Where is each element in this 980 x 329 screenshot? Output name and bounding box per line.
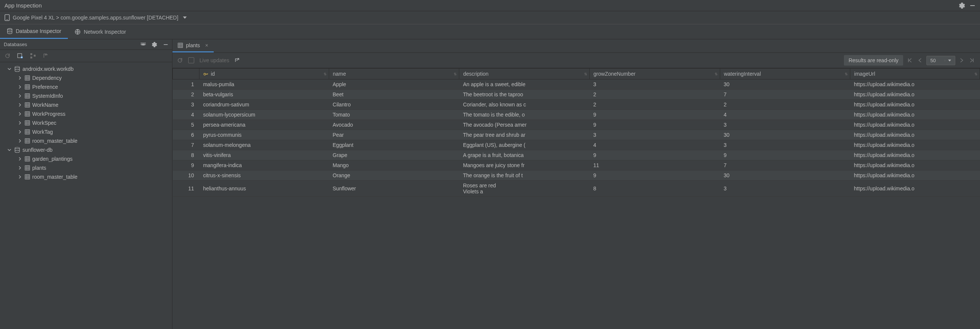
tree-table-node[interactable]: Dependency	[0, 73, 172, 83]
refresh-icon[interactable]	[5, 53, 11, 59]
chevron-down-icon	[7, 67, 12, 71]
column-header-wateringInterval[interactable]: wateringInterval⇅	[720, 68, 850, 79]
table-row[interactable]: 5 persea-americana Avocado The avocado (…	[173, 120, 980, 130]
next-page-icon[interactable]	[958, 57, 965, 64]
tab-database-inspector[interactable]: Database Inspector	[0, 24, 68, 39]
tree-table-node[interactable]: Preference	[0, 83, 172, 91]
table-row[interactable]: 2 beta-vulgaris Beet The beetroot is the…	[173, 89, 980, 100]
chevron-down-icon	[183, 16, 187, 19]
chevron-right-icon	[17, 166, 22, 170]
minimize-icon[interactable]	[163, 42, 168, 47]
content-tab-plants[interactable]: plants ×	[172, 39, 214, 52]
column-header-growZoneNumber[interactable]: growZoneNumber⇅	[590, 68, 720, 79]
cell-rownum: 6	[173, 130, 199, 140]
cell-id: mangifera-indica	[199, 161, 329, 170]
svg-rect-15	[25, 103, 30, 107]
tree-table-node[interactable]: room_master_table	[0, 172, 172, 181]
popout-icon[interactable]	[234, 58, 240, 63]
gear-icon[interactable]	[959, 3, 965, 9]
tree-db-node[interactable]: androidx.work.workdb	[0, 64, 172, 73]
cell-growzone: 4	[590, 140, 720, 150]
close-icon[interactable]: ×	[205, 42, 208, 48]
live-updates-checkbox[interactable]	[188, 57, 194, 63]
tree-table-node[interactable]: WorkProgress	[0, 110, 172, 118]
cell-id: solanum-melongena	[199, 140, 329, 150]
svg-rect-22	[25, 165, 30, 170]
device-selector[interactable]: Google Pixel 4 XL > com.google.samples.a…	[0, 11, 980, 24]
svg-rect-10	[34, 55, 36, 57]
refresh-icon[interactable]	[177, 57, 183, 63]
cell-rownum: 1	[173, 79, 199, 89]
last-page-icon[interactable]	[968, 57, 975, 64]
chevron-right-icon	[17, 94, 22, 98]
sort-handle-icon[interactable]: ⇅	[974, 72, 977, 76]
structure-icon[interactable]	[30, 53, 36, 59]
svg-rect-12	[25, 76, 30, 80]
table-row[interactable]: 8 vitis-vinifera Grape A grape is a frui…	[173, 150, 980, 161]
phone-icon	[5, 14, 10, 21]
tree-label: Dependency	[32, 75, 62, 81]
export-icon[interactable]	[43, 53, 49, 59]
cell-name: Pear	[329, 130, 459, 140]
table-row[interactable]: 10 citrus-x-sinensis Orange The orange i…	[173, 170, 980, 181]
page-size-value: 50	[931, 58, 936, 63]
cell-id: pyrus-communis	[199, 130, 329, 140]
live-updates-label: Live updates	[199, 57, 229, 63]
cell-growzone: 9	[590, 110, 720, 120]
chevron-down-icon	[945, 60, 951, 62]
tree-table-node[interactable]: garden_plantings	[0, 154, 172, 164]
tree-db-node[interactable]: sunflower-db	[0, 145, 172, 154]
tab-network-inspector[interactable]: Network Inspector	[68, 24, 133, 39]
column-header-description[interactable]: description⇅	[459, 68, 590, 79]
chevron-right-icon	[17, 76, 22, 80]
tree-label: WorkSpec	[32, 120, 56, 126]
new-query-icon[interactable]	[17, 53, 23, 59]
gear-icon[interactable]	[152, 42, 157, 47]
tree-table-node[interactable]: SystemIdInfo	[0, 91, 172, 100]
table-row[interactable]: 11 helianthus-annuus Sunflower Roses are…	[173, 181, 980, 197]
table-row[interactable]: 7 solanum-melongena Eggplant Eggplant (U…	[173, 140, 980, 150]
svg-rect-13	[25, 85, 30, 89]
sort-handle-icon[interactable]: ⇅	[453, 72, 457, 76]
page-size-select[interactable]: 50	[926, 56, 955, 65]
sort-handle-icon[interactable]: ⇅	[714, 72, 718, 76]
column-header-id[interactable]: id⇅	[199, 68, 329, 79]
table-row[interactable]: 1 malus-pumila Apple An apple is a sweet…	[173, 79, 980, 89]
table-row[interactable]: 6 pyrus-communis Pear The pear tree and …	[173, 130, 980, 140]
table-row[interactable]: 3 coriandrum-sativum Cilantro Coriander,…	[173, 100, 980, 110]
cell-name: Avocado	[329, 120, 459, 130]
column-header-name[interactable]: name⇅	[329, 68, 459, 79]
cell-name: Tomato	[329, 110, 459, 120]
cell-id: beta-vulgaris	[199, 89, 329, 100]
sort-handle-icon[interactable]: ⇅	[323, 72, 326, 76]
tree-table-node[interactable]: plants	[0, 164, 172, 172]
tree-label: androidx.work.workdb	[22, 66, 73, 72]
cell-imageurl: https://upload.wikimedia.o	[850, 110, 980, 120]
table-icon	[25, 93, 30, 99]
table-icon	[25, 75, 30, 81]
tree-table-node[interactable]: WorkName	[0, 100, 172, 110]
cell-id: malus-pumila	[199, 79, 329, 89]
sort-handle-icon[interactable]: ⇅	[584, 72, 587, 76]
prev-page-icon[interactable]	[916, 57, 923, 64]
svg-rect-19	[25, 139, 30, 143]
cell-rownum: 7	[173, 140, 199, 150]
sort-handle-icon[interactable]: ⇅	[845, 72, 848, 76]
chevron-down-icon	[7, 148, 12, 152]
tree-label: Preference	[32, 84, 58, 90]
inspector-tabs: Database Inspector Network Inspector	[0, 24, 980, 39]
chevron-right-icon	[17, 157, 22, 161]
table-row[interactable]: 9 mangifera-indica Mango Mangoes are jui…	[173, 161, 980, 170]
table-icon	[25, 174, 30, 180]
column-rownum[interactable]	[173, 68, 199, 79]
table-icon	[25, 84, 30, 89]
column-header-imageUrl[interactable]: imageUrl⇅	[850, 68, 980, 79]
svg-point-25	[204, 73, 206, 75]
tree-table-node[interactable]: WorkTag	[0, 127, 172, 137]
tree-table-node[interactable]: room_master_table	[0, 137, 172, 145]
first-page-icon[interactable]	[906, 57, 914, 64]
minimize-icon[interactable]	[969, 3, 975, 9]
table-row[interactable]: 4 solanum-lycopersicum Tomato The tomato…	[173, 110, 980, 120]
filter-icon[interactable]	[141, 42, 146, 47]
tree-table-node[interactable]: WorkSpec	[0, 118, 172, 127]
